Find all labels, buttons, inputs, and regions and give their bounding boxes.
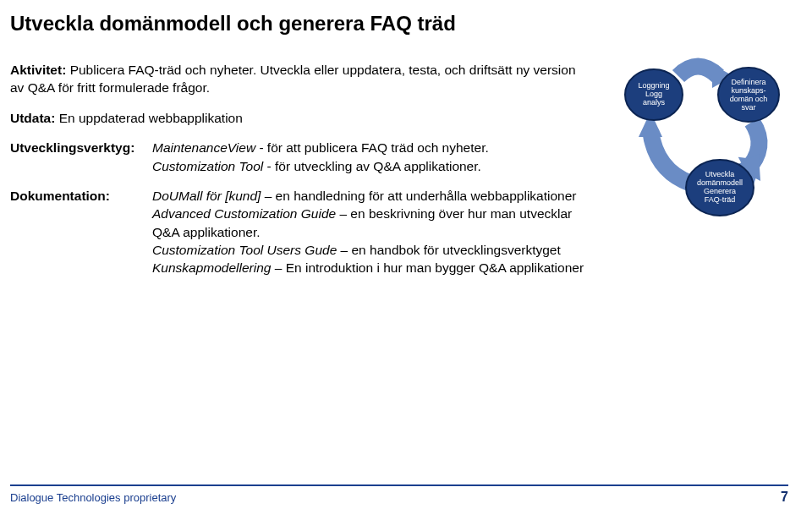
svg-text:Defininera: Defininera bbox=[731, 78, 765, 86]
footer-rule bbox=[10, 484, 788, 486]
svg-text:analys: analys bbox=[643, 98, 666, 107]
doc4-desc: – En introduktion i hur man bygger Q&A a… bbox=[271, 260, 584, 275]
devtools-tool2: Customization Tool bbox=[152, 159, 263, 173]
docs-block: Dokumentation: DoUMall för [kund] – en h… bbox=[10, 187, 591, 277]
activity-para: Aktivitet: Publicera FAQ-träd och nyhete… bbox=[10, 61, 591, 97]
devtools-line2: - för utveckling av Q&A applikationer. bbox=[263, 159, 481, 173]
svg-text:svar: svar bbox=[741, 103, 755, 112]
diagram-column: Loggning Logg analys Defininera kunskaps… bbox=[606, 61, 788, 230]
doc2-name: Advanced Customization Guide bbox=[152, 206, 336, 221]
doc1-name: DoUMall för [kund] bbox=[152, 189, 261, 203]
doc4-name: Kunskapmodellering bbox=[152, 260, 271, 275]
docs-value: DoUMall för [kund] – en handledning för … bbox=[152, 187, 591, 277]
activity-text: Publicera FAQ-träd och nyheter. Utveckla… bbox=[10, 63, 576, 95]
devtools-label: Utvecklingsverktyg: bbox=[10, 139, 152, 175]
svg-text:Logg: Logg bbox=[645, 90, 662, 98]
svg-text:domän och: domän och bbox=[730, 95, 768, 103]
page-number: 7 bbox=[781, 490, 788, 505]
activity-label: Aktivitet: bbox=[10, 63, 66, 77]
svg-text:Utveckla: Utveckla bbox=[705, 170, 735, 178]
doc3-desc: – en handbok för utvecklingsverktyget bbox=[337, 243, 561, 257]
output-para: Utdata: En uppdaterad webbapplikation bbox=[10, 109, 591, 127]
node-utveckla: Utveckla domänmodell Generera FAQ-träd bbox=[686, 160, 754, 216]
page-title: Utveckla domänmodell och generera FAQ tr… bbox=[10, 12, 788, 36]
node-loggning: Loggning Logg analys bbox=[625, 69, 683, 120]
output-label: Utdata: bbox=[10, 111, 55, 125]
text-column: Aktivitet: Publicera FAQ-träd och nyhete… bbox=[10, 61, 591, 289]
devtools-block: Utvecklingsverktyg: MaintenanceView - fö… bbox=[10, 139, 591, 175]
devtools-tool1: MaintenanceView bbox=[152, 140, 255, 155]
content-row: Aktivitet: Publicera FAQ-träd och nyhete… bbox=[10, 61, 788, 289]
footer: Dialogue Technologies proprietary 7 bbox=[0, 490, 812, 505]
svg-text:Generera: Generera bbox=[704, 187, 736, 195]
svg-text:kunskaps-: kunskaps- bbox=[731, 86, 765, 95]
svg-text:FAQ-träd: FAQ-träd bbox=[705, 195, 736, 204]
doc1-desc: – en handledning för att underhålla webb… bbox=[261, 189, 576, 203]
devtools-line1: - för att publicera FAQ träd och nyheter… bbox=[255, 140, 489, 155]
devtools-value: MaintenanceView - för att publicera FAQ … bbox=[152, 139, 591, 175]
arrow-left bbox=[639, 112, 691, 183]
doc3-name: Customization Tool Users Gude bbox=[152, 243, 337, 257]
cycle-diagram: Loggning Logg analys Defininera kunskaps… bbox=[606, 52, 788, 230]
docs-label: Dokumentation: bbox=[10, 187, 152, 277]
svg-text:Loggning: Loggning bbox=[638, 81, 669, 90]
node-defininera: Defininera kunskaps- domän och svar bbox=[718, 68, 779, 122]
footer-left: Dialogue Technologies proprietary bbox=[10, 491, 176, 504]
output-text: En uppdaterad webbapplikation bbox=[55, 111, 242, 125]
svg-text:domänmodell: domänmodell bbox=[697, 178, 743, 187]
